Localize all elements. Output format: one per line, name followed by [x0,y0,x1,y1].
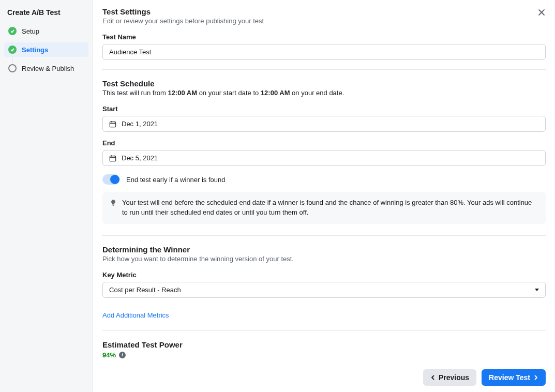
review-test-button[interactable]: Review Test [482,369,546,386]
calendar-icon [109,120,116,128]
end-early-label: End test early if a winner is found [126,176,226,184]
step-label: Settings [22,46,48,54]
review-label: Review Test [489,373,530,382]
sidebar: Create A/B Test Setup Settings Review & … [0,0,93,392]
check-icon [8,46,17,54]
test-name-input[interactable] [102,44,546,60]
previous-label: Previous [439,373,469,382]
lightbulb-icon [110,199,117,206]
svg-rect-10 [113,205,114,205]
info-icon[interactable]: i [119,352,126,358]
footer: Previous Review Test [93,363,555,392]
end-label: End [102,139,546,147]
svg-rect-2 [110,122,115,127]
main-panel: Test Settings Edit or review your settin… [93,0,555,392]
calendar-icon [109,155,116,162]
previous-button[interactable]: Previous [423,369,476,386]
add-metrics-link[interactable]: Add Additional Metrics [102,311,169,319]
check-icon [8,27,17,35]
divider [102,69,546,70]
divider [102,235,546,236]
end-early-toggle[interactable] [102,174,120,185]
chevron-left-icon [430,375,436,380]
power-title: Estimated Test Power [102,340,546,349]
start-date-value: Dec 1, 2021 [122,120,158,128]
end-date-value: Dec 5, 2021 [122,154,158,162]
test-name-label: Test Name [102,33,546,41]
step-setup[interactable]: Setup [4,24,88,38]
sidebar-title: Create A/B Test [4,6,88,24]
divider [102,330,546,331]
key-metric-select[interactable]: Cost per Result - Reach [102,282,546,298]
key-metric-value: Cost per Result - Reach [109,286,181,294]
toggle-knob [110,175,119,184]
power-value: 94% [102,351,116,359]
close-icon [537,8,546,17]
end-date-input[interactable]: Dec 5, 2021 [102,150,546,166]
key-metric-label: Key Metric [102,271,546,279]
winner-description: Pick how you want to determine the winni… [102,255,546,263]
wizard-steps: Setup Settings Review & Publish [4,24,88,76]
step-settings[interactable]: Settings [4,42,88,57]
info-text: Your test will end before the scheduled … [122,198,538,218]
page-description: Edit or review your settings before publ… [102,17,546,25]
close-button[interactable] [534,5,549,20]
step-label: Setup [22,27,39,35]
info-callout: Your test will end before the scheduled … [102,192,546,224]
start-date-input[interactable]: Dec 1, 2021 [102,116,546,132]
schedule-description: This test will run from 12:00 AM on your… [102,89,546,97]
winner-title: Determining the Winner [102,245,546,254]
pending-circle-icon [8,64,17,72]
chevron-right-icon [533,375,538,380]
schedule-title: Test Schedule [102,79,546,88]
step-review-publish[interactable]: Review & Publish [4,61,88,76]
step-label: Review & Publish [22,65,74,72]
chevron-down-icon [535,289,539,291]
start-label: Start [102,105,546,113]
page-title: Test Settings [102,7,546,16]
svg-rect-6 [110,156,115,161]
